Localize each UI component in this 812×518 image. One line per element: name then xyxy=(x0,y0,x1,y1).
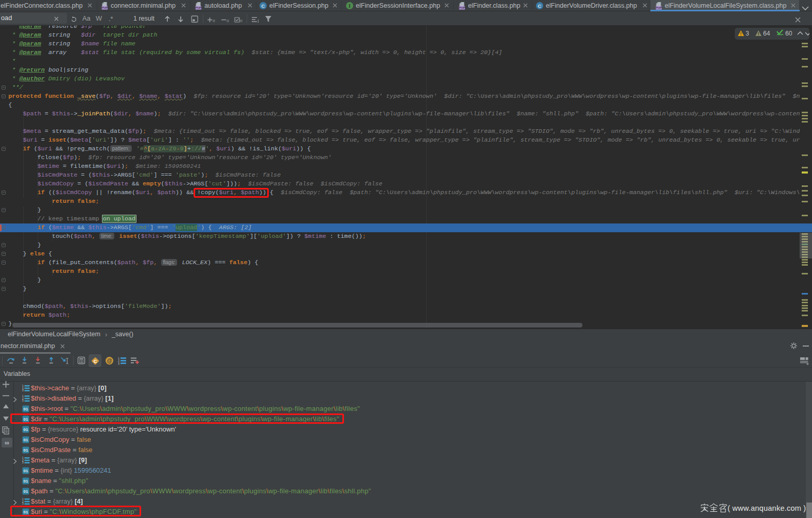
svg-text:3: 3 xyxy=(118,362,119,365)
svg-text:01: 01 xyxy=(24,407,28,411)
svg-text:01: 01 xyxy=(24,469,28,473)
svg-text:C: C xyxy=(538,3,542,9)
svg-text:01: 01 xyxy=(24,489,28,494)
svg-text:@: @ xyxy=(107,357,112,364)
svg-text:I: I xyxy=(349,3,351,9)
svg-text:3: 3 xyxy=(22,461,24,464)
svg-text:∞: ∞ xyxy=(5,439,9,446)
svg-text:PHP: PHP xyxy=(459,6,465,9)
svg-text:PHP: PHP xyxy=(195,6,201,9)
svg-text:01: 01 xyxy=(24,448,28,453)
svg-text:3: 3 xyxy=(22,503,24,505)
svg-text:01: 01 xyxy=(24,427,28,432)
svg-text:C: C xyxy=(94,359,97,364)
svg-text:01: 01 xyxy=(24,438,28,442)
svg-text:3: 3 xyxy=(22,389,24,392)
svg-text:PHP: PHP xyxy=(655,6,662,9)
svg-text:PHP: PHP xyxy=(101,6,108,9)
svg-text:I: I xyxy=(257,19,259,23)
svg-text:01: 01 xyxy=(24,479,28,484)
svg-text:C: C xyxy=(262,3,265,9)
svg-text:3: 3 xyxy=(22,400,24,402)
